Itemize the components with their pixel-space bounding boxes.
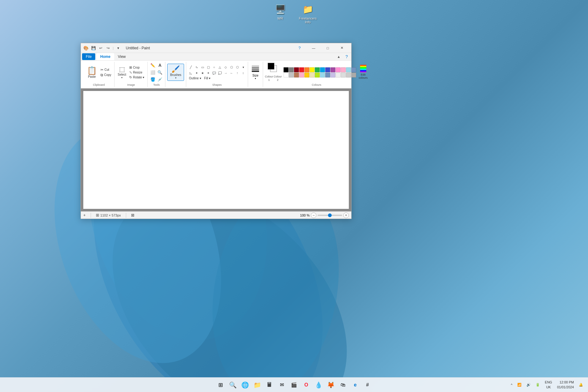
taskbar-edge-button[interactable]: e [350,379,361,390]
maximize-button[interactable]: □ [321,43,335,53]
shape-pentagon[interactable]: ⬠ [229,64,234,70]
shape-more[interactable]: ▾ [240,64,246,70]
shape-star6[interactable]: ✶ [205,70,211,76]
zoom-slider[interactable] [318,215,342,216]
shape-ellipse[interactable]: ○ [211,64,217,70]
undo-button[interactable]: ↩ [97,45,104,51]
taskbar-start-button[interactable]: ⊞ [215,379,226,390]
colour-grey-2[interactable] [351,73,356,77]
desktop-icon-wr[interactable]: 🖥️ WR [270,3,291,24]
copy-button[interactable]: ⧉ Copy [99,73,112,77]
new-button-status[interactable]: + [83,213,86,217]
redo-button[interactable]: ↪ [105,45,111,51]
language-indicator[interactable]: ENGUK [544,379,553,390]
colour-cyan[interactable] [320,67,325,72]
colour-green[interactable] [315,67,320,72]
text-tool[interactable]: A [156,62,163,69]
colour-light-blue[interactable] [346,67,351,72]
colour-light-pink[interactable] [341,67,346,72]
colour-lavender[interactable] [330,73,335,77]
fill-tool[interactable]: 🪣 [149,76,156,83]
zoom-thumb[interactable] [328,213,332,217]
shape-call-rect[interactable]: 💬 [211,70,217,76]
resize-button[interactable]: ⤡ Resize [128,70,145,75]
paste-button[interactable]: 📋 Paste [85,66,99,79]
volume-tray-icon[interactable]: 🔊 [525,382,532,387]
colour-black[interactable] [284,67,288,72]
canvas-area[interactable] [83,91,349,209]
taskbar-explorer-button[interactable]: 📁 [252,379,263,390]
save-button[interactable]: 💾 [90,45,97,51]
shape-line[interactable]: ╱ [188,64,194,70]
shape-arrow-left[interactable]: ← [229,70,234,76]
zoom-out-button[interactable]: − [311,213,316,218]
taskbar-media-button[interactable]: 🎬 [288,379,300,390]
shape-rect[interactable]: ▭ [200,64,205,70]
system-tray-expand[interactable]: ^ [510,383,514,387]
minimize-button[interactable]: — [307,43,321,53]
colour-pink[interactable] [336,67,341,72]
colour-salmon[interactable] [299,73,304,77]
rotate-button[interactable]: ↻ Rotate ▾ [128,75,145,80]
colour-white[interactable] [284,73,288,77]
colour-orange[interactable] [304,67,309,72]
colour-red[interactable] [299,67,304,72]
colour-lime[interactable] [315,73,320,77]
colour-dark-red[interactable] [294,67,299,72]
shape-rounded-rect[interactable]: ▢ [205,64,211,70]
shape-rt-triangle[interactable]: ◺ [188,70,194,76]
taskbar-firefox-button[interactable]: 🦊 [325,379,336,390]
shape-arrow-4way[interactable]: ↕ [240,70,246,76]
outline-button[interactable]: Outline ▾ [188,76,202,80]
taskbar-droplet-button[interactable]: 💧 [313,379,324,390]
taskbar-opera-button[interactable]: O [301,379,312,390]
help-button[interactable]: ? [292,43,307,53]
shape-triangle[interactable]: △ [217,64,223,70]
taskbar-mail-button[interactable]: ✉ [276,379,287,390]
colour-grey[interactable] [289,67,294,72]
fill-shape-button[interactable]: Fill ▾ [203,76,212,80]
wifi-tray-icon[interactable]: 📶 [516,382,523,387]
taskbar-slack-button[interactable]: # [362,379,373,390]
eraser-tool[interactable]: ⬜ [149,69,156,76]
close-button[interactable]: ✕ [335,43,349,53]
taskbar-search-button[interactable]: 🔍 [227,379,238,390]
shape-hexagon[interactable]: ⬡ [235,64,240,70]
magnifier-tool[interactable]: 🔍 [156,69,163,76]
shape-star5[interactable]: ★ [200,70,205,76]
colour1-swatch[interactable] [268,63,274,70]
clock-display[interactable]: 12:00 PM01/01/2024 [556,379,575,390]
tab-file[interactable]: File [82,53,95,60]
taskbar-calculator-button[interactable]: 🖩 [264,379,275,390]
shape-curve[interactable]: ∿ [194,64,199,70]
edit-colours-button[interactable]: Editcolours [358,73,368,80]
rainbow-swatch[interactable] [360,65,367,73]
shape-arrow-right[interactable]: → [223,70,228,76]
canvas-container[interactable] [81,89,351,211]
colour-medium-grey[interactable] [346,73,351,77]
colour-steel-blue[interactable] [351,67,356,72]
zoom-in-button[interactable]: + [343,213,349,218]
cut-button[interactable]: ✂ Cut [99,67,112,72]
select-button[interactable]: ⬚ Select ▾ [116,65,127,80]
shape-star4[interactable]: ✦ [194,70,199,76]
eyedropper-tool[interactable]: 💉 [156,76,163,83]
colour-periwinkle[interactable] [325,73,330,77]
qat-dropdown-button[interactable]: ▾ [115,45,122,51]
battery-tray-icon[interactable]: 🔋 [534,382,541,387]
colour-purple[interactable] [330,67,335,72]
colour-light-grey[interactable] [289,73,294,77]
colour-blue[interactable] [325,67,330,72]
desktop-icon-freelancers[interactable]: 📁 Freelancers Info [297,3,318,24]
pencil-tool[interactable]: ✏️ [149,62,156,69]
shape-diamond[interactable]: ◇ [223,64,228,70]
colour-light-grey-2[interactable] [341,73,346,77]
colour-cream[interactable] [310,73,315,77]
size-button[interactable]: Size ▾ [250,64,261,81]
taskbar-chrome-button[interactable]: 🌐 [239,379,251,390]
crop-button[interactable]: ⊞ Crop [128,65,145,70]
help-icon[interactable]: ? [343,53,350,60]
shape-call-round[interactable]: 💭 [217,70,223,76]
tab-home[interactable]: Home [96,53,114,60]
taskbar-store-button[interactable]: 🛍 [337,379,349,390]
